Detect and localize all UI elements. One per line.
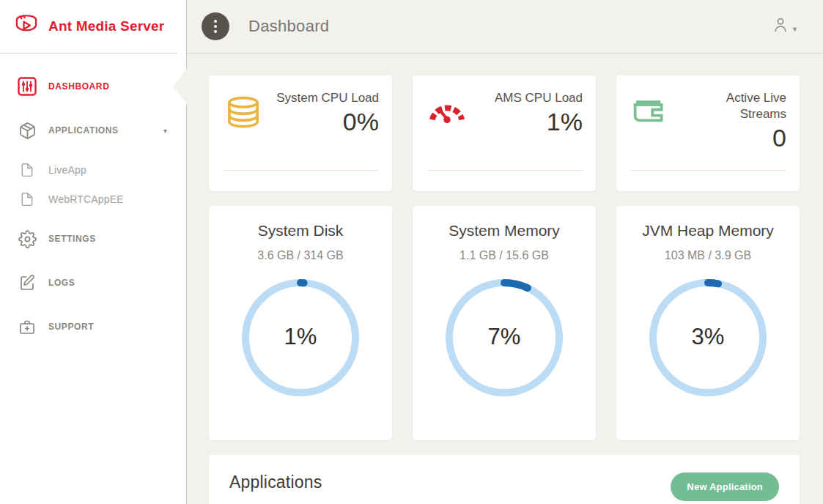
stat-card-ams-cpu: AMS CPU Load 1% — [413, 75, 596, 191]
gauge-subtitle: 3.6 GB / 314 GB — [209, 249, 392, 262]
gauge-percent: 1% — [238, 324, 363, 350]
gauge-card-system-disk: System Disk 3.6 GB / 314 GB 1% — [209, 206, 392, 440]
sidebar: Ant Media Server DASHBOARD — [0, 0, 187, 504]
stat-label: Active Live Streams — [676, 90, 786, 122]
donut-gauge: 3% — [646, 275, 770, 400]
sidebar-item-settings[interactable]: SETTINGS — [0, 224, 186, 253]
wallet-icon — [631, 94, 672, 152]
applications-panel: Applications New Application — [209, 455, 800, 504]
file-icon — [18, 163, 37, 177]
page-title: Dashboard — [248, 17, 329, 36]
sidebar-item-label: LOGS — [48, 278, 75, 288]
gauge-percent: 3% — [646, 324, 770, 350]
divider — [631, 170, 786, 171]
divider — [427, 170, 583, 171]
gauge-subtitle: 103 MB / 3.9 GB — [616, 249, 800, 262]
sliders-icon — [18, 77, 37, 96]
speedometer-icon — [427, 94, 468, 136]
gauge-subtitle: 1.1 GB / 15.6 GB — [413, 249, 596, 262]
database-icon — [224, 94, 265, 136]
sidebar-item-label: SUPPORT — [48, 322, 94, 332]
brand-name: Ant Media Server — [48, 18, 164, 34]
gauge-title: System Memory — [413, 222, 596, 240]
sidebar-item-logs[interactable]: LOGS — [0, 268, 186, 297]
divider — [224, 170, 379, 171]
file-icon — [18, 192, 37, 207]
chevron-down-icon[interactable]: ▾ — [163, 127, 167, 135]
main-content: System CPU Load 0% AMS CPU Load 1% — [187, 54, 823, 504]
gear-icon — [18, 230, 37, 248]
stat-label: AMS CPU Load — [495, 90, 583, 106]
sidebar-item-liveapp[interactable]: LiveApp — [0, 155, 186, 185]
top-header: Dashboard ▼ — [187, 0, 823, 53]
first-aid-icon — [18, 318, 37, 336]
stat-value: 1% — [495, 108, 583, 136]
gauge-title: JVM Heap Memory — [616, 222, 800, 240]
sidebar-item-label: WebRTCAppEE — [48, 193, 124, 205]
donut-gauge: 1% — [238, 275, 363, 400]
gauge-cards-row: System Disk 3.6 GB / 314 GB 1% System Me… — [209, 206, 800, 440]
chevron-down-icon: ▼ — [791, 26, 798, 33]
sidebar-nav: DASHBOARD APPLICATIONS ▾ LiveApp — [0, 53, 186, 341]
kebab-menu-button[interactable] — [202, 12, 229, 40]
gauge-title: System Disk — [209, 222, 392, 240]
ant-media-logo-icon — [12, 12, 41, 40]
brand[interactable]: Ant Media Server — [0, 0, 177, 53]
gauge-card-system-memory: System Memory 1.1 GB / 15.6 GB 7% — [413, 206, 596, 440]
sidebar-item-label: DASHBOARD — [48, 81, 109, 92]
user-menu-button[interactable]: ▼ — [771, 15, 798, 37]
stat-value: 0 — [676, 124, 786, 152]
user-icon — [771, 15, 790, 37]
gauge-percent: 7% — [442, 324, 566, 350]
stat-value: 0% — [276, 108, 379, 136]
active-item-notch — [173, 69, 187, 104]
stat-card-active-streams: Active Live Streams 0 — [616, 75, 800, 191]
sidebar-item-dashboard[interactable]: DASHBOARD — [0, 72, 186, 101]
package-icon — [18, 122, 37, 140]
sidebar-item-label: LiveApp — [48, 164, 86, 176]
sidebar-item-support[interactable]: SUPPORT — [0, 312, 186, 341]
sidebar-item-label: APPLICATIONS — [48, 125, 119, 136]
applications-title: Applications — [229, 472, 322, 492]
edit-icon — [18, 274, 37, 292]
stat-label: System CPU Load — [276, 90, 379, 106]
stat-cards-row: System CPU Load 0% AMS CPU Load 1% — [209, 75, 800, 191]
sidebar-item-label: SETTINGS — [48, 234, 96, 244]
donut-gauge: 7% — [442, 275, 566, 400]
new-application-button[interactable]: New Application — [671, 472, 779, 501]
sidebar-item-webrtcappee[interactable]: WebRTCAppEE — [0, 185, 186, 214]
sidebar-item-applications[interactable]: APPLICATIONS ▾ — [0, 116, 186, 145]
stat-card-system-cpu: System CPU Load 0% — [209, 75, 392, 191]
gauge-card-jvm-heap: JVM Heap Memory 103 MB / 3.9 GB 3% — [616, 206, 800, 440]
